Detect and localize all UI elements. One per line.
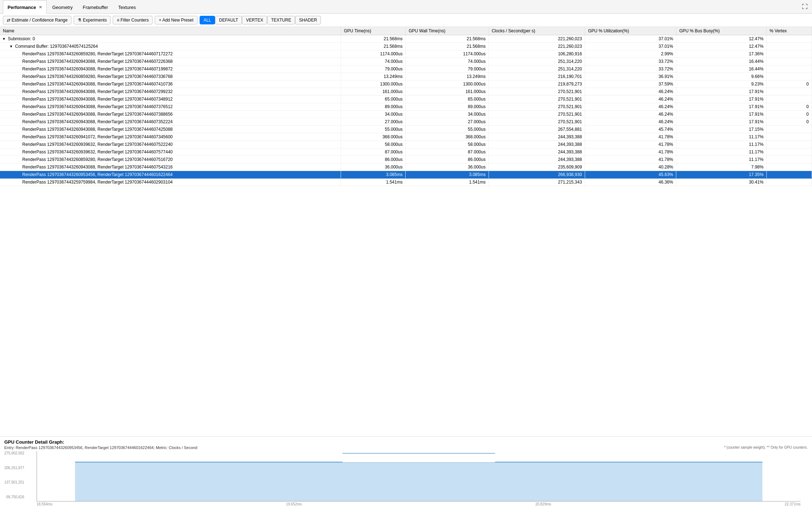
cell-value — [766, 58, 812, 65]
cell-name: RenderPass 12970367443260953456, RenderT… — [0, 171, 341, 179]
cell-value: 270,521,901 — [489, 118, 585, 126]
cell-value: 235,609,909 — [489, 163, 585, 171]
table-row[interactable]: RenderPass 12970367443260953456, RenderT… — [0, 171, 812, 179]
cell-value: 41.78% — [585, 141, 676, 148]
tree-arrow[interactable]: ▾ — [10, 44, 15, 49]
cell-name: RenderPass 12970367443260943088, RenderT… — [0, 80, 341, 88]
table-row[interactable]: RenderPass 12970367443260941072, RenderT… — [0, 133, 812, 141]
col-vertex: % Vertex — [766, 27, 812, 35]
chart-line-right — [495, 462, 762, 462]
cell-value: 37.01% — [585, 35, 676, 43]
table-row[interactable]: RenderPass 12970367443260939632, RenderT… — [0, 148, 812, 156]
cell-name: RenderPass 12970367443260939632, RenderT… — [0, 141, 341, 148]
table-row[interactable]: RenderPass 12970367443260943088, RenderT… — [0, 65, 812, 73]
cell-name: RenderPass 12970367443260941072, RenderT… — [0, 133, 341, 141]
y-label-0: 275,002,502 — [4, 451, 24, 455]
table-row[interactable]: RenderPass 12970367443260943088, RenderT… — [0, 58, 812, 65]
tab-framebuffer[interactable]: Framebuffer — [78, 0, 113, 14]
table-row[interactable]: RenderPass 12970367443260943088, RenderT… — [0, 103, 812, 111]
preset-btn-vertex[interactable]: VERTEX — [242, 16, 267, 24]
cell-name: RenderPass 12970367443260859280, RenderT… — [0, 73, 341, 80]
preset-btn-default[interactable]: DEFAULT — [215, 16, 242, 24]
cell-value — [766, 133, 812, 141]
chart-fill — [75, 462, 762, 501]
y-label-1: 206,251,877 — [4, 466, 24, 470]
table-row[interactable]: RenderPass 12970367443260943088, RenderT… — [0, 111, 812, 118]
table-row[interactable]: RenderPass 12970367443259759984, RenderT… — [0, 179, 812, 186]
table-row[interactable]: ▾ Submission: 021.568ms21.568ms221,260,0… — [0, 35, 812, 43]
cell-value: 58.000us — [341, 141, 406, 148]
cell-value: 244,393,388 — [489, 141, 585, 148]
tab-performance-close[interactable]: ✕ — [39, 5, 42, 10]
table-row[interactable]: RenderPass 12970367443260943088, RenderT… — [0, 80, 812, 88]
graph-note: * (counter sample weight). ** Only for G… — [724, 445, 808, 450]
table-row[interactable]: ▾ Command Buffer: 1297036744057412526421… — [0, 43, 812, 50]
table-row[interactable]: RenderPass 12970367443260939632, RenderT… — [0, 141, 812, 148]
tree-arrow[interactable]: ▾ — [3, 36, 8, 41]
cell-value: 11.17% — [676, 133, 767, 141]
cell-name: RenderPass 12970367443260943088, RenderT… — [0, 163, 341, 171]
cell-value: 34.000us — [341, 111, 406, 118]
estimate-button[interactable]: ⇄ Estimate / Confidence Range — [3, 16, 71, 24]
x-label-3: 22.371ms — [785, 502, 801, 506]
table-row[interactable]: RenderPass 12970367443260943088, RenderT… — [0, 163, 812, 171]
cell-value: 17.91% — [676, 96, 767, 103]
performance-table-container[interactable]: Name GPU Time(ns) GPU Wall Time(ns) Cloc… — [0, 27, 812, 436]
cell-value: 17.91% — [676, 88, 767, 96]
cell-value: 368.000us — [341, 133, 406, 141]
cell-value: 55.000us — [406, 126, 489, 133]
table-row[interactable]: RenderPass 12970367443260943088, RenderT… — [0, 126, 812, 133]
cell-value: 17.15% — [676, 126, 767, 133]
tab-framebuffer-label: Framebuffer — [83, 5, 108, 10]
cell-value: 46.24% — [585, 118, 676, 126]
table-row[interactable]: RenderPass 12970367443260943088, RenderT… — [0, 96, 812, 103]
cell-value: 33.72% — [585, 58, 676, 65]
cell-name: RenderPass 12970367443260859280, RenderT… — [0, 50, 341, 58]
cell-name: RenderPass 12970367443260943088, RenderT… — [0, 111, 341, 118]
cell-value: 74.000us — [341, 58, 406, 65]
graph-section: GPU Counter Detail Graph: Entry: RenderP… — [0, 436, 812, 509]
cell-value: 13.249ms — [341, 73, 406, 80]
x-label-1: 19.652ms — [286, 502, 302, 506]
cell-value — [766, 43, 812, 50]
y-axis-labels: 275,002,502 206,251,877 137,501,251 68,7… — [4, 451, 24, 499]
cell-value — [766, 126, 812, 133]
cell-value: 1174.000us — [406, 50, 489, 58]
table-row[interactable]: RenderPass 12970367443260859280, RenderT… — [0, 73, 812, 80]
cell-value: 79.000us — [341, 65, 406, 73]
table-header: Name GPU Time(ns) GPU Wall Time(ns) Cloc… — [0, 27, 812, 35]
table-row[interactable]: RenderPass 12970367443260859280, RenderT… — [0, 50, 812, 58]
cell-value: 0 — [766, 80, 812, 88]
add-preset-button[interactable]: + Add New Preset — [155, 16, 197, 24]
cell-value: 1300.000us — [406, 80, 489, 88]
preset-btn-all[interactable]: ALL — [200, 16, 215, 24]
table-row[interactable]: RenderPass 12970367443260859280, RenderT… — [0, 156, 812, 163]
tab-textures[interactable]: Textures — [113, 0, 140, 14]
cell-value: 106,280,916 — [489, 50, 585, 58]
cell-value: 37.01% — [585, 43, 676, 50]
cell-value: 74.000us — [406, 58, 489, 65]
cell-value: 1.541ms — [341, 179, 406, 186]
performance-table: Name GPU Time(ns) GPU Wall Time(ns) Cloc… — [0, 27, 812, 186]
cell-name: RenderPass 12970367443260939632, RenderT… — [0, 148, 341, 156]
experiments-button[interactable]: ⚗ Experiments — [74, 16, 111, 24]
cell-value: 17.91% — [676, 118, 767, 126]
col-gpu-time: GPU Time(ns) — [341, 27, 406, 35]
fullscreen-button[interactable]: ⛶ — [801, 2, 809, 11]
tab-performance[interactable]: Performance ✕ — [3, 0, 47, 14]
cell-value — [766, 148, 812, 156]
table-body: ▾ Submission: 021.568ms21.568ms221,260,0… — [0, 35, 812, 186]
preset-btn-shader[interactable]: SHADER — [295, 16, 321, 24]
chart-line-left — [75, 462, 342, 462]
table-row[interactable]: RenderPass 12970367443260943088, RenderT… — [0, 88, 812, 96]
preset-btn-texture[interactable]: TEXTURE — [267, 16, 295, 24]
cell-value: 87.000us — [341, 148, 406, 156]
filter-button[interactable]: ≡ Filter Counters — [113, 16, 153, 24]
add-preset-label: + Add New Preset — [159, 18, 193, 23]
cell-name: RenderPass 12970367443260943088, RenderT… — [0, 118, 341, 126]
experiments-label: ⚗ Experiments — [78, 18, 107, 23]
table-row[interactable]: RenderPass 12970367443260943088, RenderT… — [0, 118, 812, 126]
cell-value: 1174.000us — [341, 50, 406, 58]
cell-value: 33.72% — [585, 65, 676, 73]
tab-geometry[interactable]: Geometry — [47, 0, 77, 14]
